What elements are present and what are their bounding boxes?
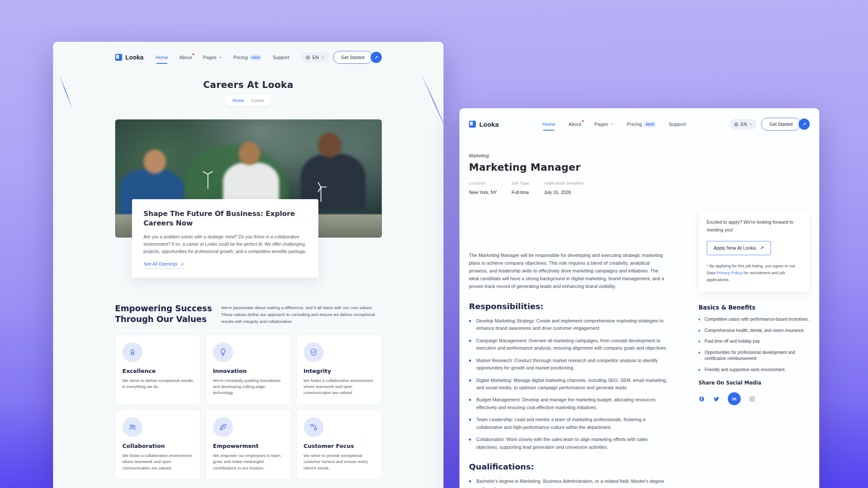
job-detail-window: Looka Home About Pages PricingNEW Suppor… [459,108,819,488]
chevron-down-icon [321,56,324,59]
logo-text: Looka [479,121,499,128]
bullet-dot [469,419,471,421]
photo-shape [318,132,341,157]
photo-shape [144,150,166,174]
language-selector[interactable]: EN [301,52,329,63]
qualifications-heading: Qualifications: [469,462,810,471]
hero-card: Shape The Future Of Business: Explore Ca… [132,199,318,278]
get-started-button[interactable]: Get Started [333,51,373,64]
people-icon [128,423,137,432]
get-started-button[interactable]: Get Started [761,118,801,131]
arrow-up-right-icon: ↗ [180,262,184,267]
list-item: Bachelor's degree in Marketing, Business… [469,478,670,488]
nav-links: Home About Pages PricingNEW Support [542,122,686,127]
nav-right: EN Get Started ↗ [301,51,381,64]
meta-job-type: Job Type Full-time [512,181,529,195]
new-badge: NEW [250,55,261,60]
award-icon [128,348,137,357]
apply-now-button[interactable]: Apply Now At Looka ↗ [707,241,771,255]
bullet-dot [698,319,700,320]
language-value: EN [741,122,747,127]
globe-icon [734,122,739,127]
chevron-down-icon [610,122,614,126]
apply-text: Excited to apply? We're looking forward … [707,218,802,234]
bullet-dot [469,399,471,401]
see-all-openings-link[interactable]: See All Openings ↗ [144,262,184,269]
nav-support-link[interactable]: Support [273,55,289,60]
share-heading: Share On Social Media [698,380,810,386]
bullet-dot [698,341,700,342]
nav-pages-link[interactable]: Pages [203,55,222,60]
list-item: Market Research: Conduct thorough market… [469,357,670,372]
value-title: Innovation [213,368,284,374]
nav-home-link[interactable]: Home [155,55,168,60]
nav-about-link[interactable]: About [179,55,192,60]
job-meta: Location New York, NY Job Type Full-time… [469,181,810,195]
linkedin-icon[interactable]: in [728,392,741,405]
bullet-dot [469,480,471,482]
value-desc: We foster a collaborative environment wh… [304,378,374,396]
list-item: Digital Marketing: Manage digital market… [469,377,670,392]
value-title: Excellence [123,368,193,374]
nav-pricing-link[interactable]: PricingNEW [233,55,261,60]
arrow-up-right-icon[interactable]: ↗ [799,119,810,130]
arrow-up-right-icon[interactable]: ↗ [371,52,382,63]
nav-links: Home About Pages PricingNEW Support [155,55,289,60]
bullet-dot [469,379,471,382]
breadcrumb-home[interactable]: Home [233,98,244,103]
value-title: Integrity [304,368,374,374]
job-sidebar: Excited to apply? We're looking forward … [698,209,810,405]
job-category: Marketing [469,153,810,158]
apply-note: * By applying for this job listing, you … [707,263,802,283]
nav-pages-link[interactable]: Pages [594,122,614,127]
social-share-row: in [698,392,810,405]
instagram-icon[interactable] [749,396,755,402]
list-item: Collaboration: Work closely with the sal… [469,436,670,451]
list-item: Budget Management: Develop and manage th… [469,396,670,411]
list-item: Develop Marketing Strategy: Create and i… [469,317,670,332]
logo[interactable]: Looka [469,121,499,128]
nav-pricing-link[interactable]: PricingNEW [627,122,656,127]
decorative-line [60,76,72,108]
responsibilities-list: Develop Marketing Strategy: Create and i… [469,317,670,451]
navbar: Looka Home About Pages PricingNEW Suppor… [469,108,810,140]
job-title: Marketing Manager [469,162,810,173]
values-heading: Empowering Success Through Our Values [115,303,221,325]
workflow-icon [309,423,318,432]
leaf-icon [219,423,227,432]
logo[interactable]: Looka [115,54,144,61]
value-card-empowerment: Empowerment We empower our employees to … [206,410,291,479]
value-card-excellence: Excellence We strive to deliver exceptio… [115,335,201,404]
shield-check-icon [309,348,318,357]
lightbulb-icon [219,348,227,357]
language-value: EN [312,55,319,60]
hero-body: Are you a problem-solver with a strategi… [144,233,307,256]
arrow-up-right-icon: ↗ [760,245,764,251]
value-title: Collaboration [123,443,193,449]
nav-home-link[interactable]: Home [542,122,556,127]
chevron-down-icon [749,122,752,126]
qualifications-list: Bachelor's degree in Marketing, Business… [469,478,670,488]
logo-icon [469,121,476,128]
twitter-icon[interactable] [713,396,720,402]
list-item: Competitive salary with performance-base… [698,316,810,323]
privacy-policy-link[interactable]: Privacy Policy [717,270,742,275]
values-intro: We're passionate about making a differen… [221,304,382,325]
logo-text: Looka [126,54,144,61]
list-item: Campaign Management: Oversee all marketi… [469,337,670,352]
breadcrumb-current: Career [251,98,264,103]
bullet-dot [469,340,471,342]
decorative-line [421,75,443,135]
nav-support-link[interactable]: Support [669,122,686,127]
bullet-dot [698,330,700,332]
value-card-customer-focus: Customer Focus We strive to provide exce… [296,410,382,479]
chevron-down-icon [219,56,222,59]
nav-right: EN Get Started ↗ [730,118,810,131]
page-title: Careers At Looka [115,80,382,90]
bullet-dot [698,352,700,353]
language-selector[interactable]: EN [730,119,757,129]
nav-about-link[interactable]: About [568,122,581,127]
facebook-icon[interactable] [698,396,705,402]
list-item: Comprehensive health, dental, and vision… [698,328,810,334]
meta-deadline: Application Deadline July 15, 2028 [544,181,584,195]
